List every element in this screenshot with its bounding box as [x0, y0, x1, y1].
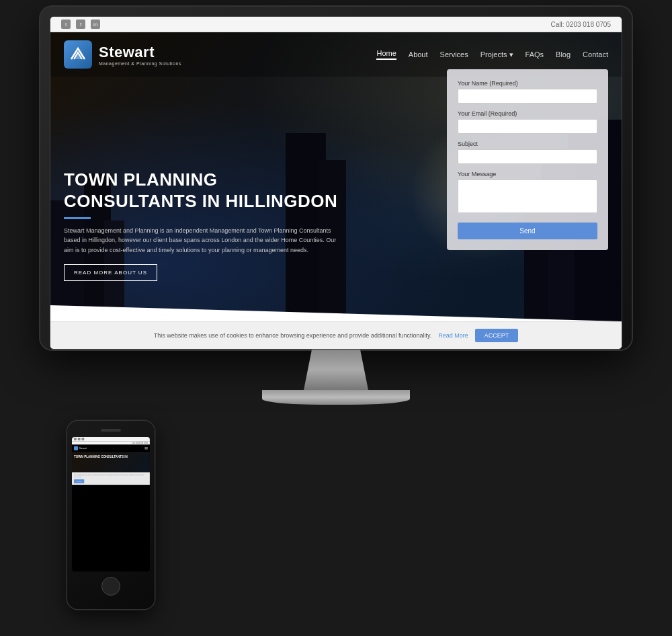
phone-cookie-bar: This website makes use of cookies to enh…	[72, 472, 150, 485]
hero-divider	[64, 217, 91, 219]
name-label: Your Name (Required)	[458, 80, 597, 87]
hamburger-menu[interactable]	[144, 447, 148, 449]
phone-logo-text: Stewart	[79, 447, 87, 450]
email-input[interactable]	[458, 119, 597, 134]
social-icons: t f in	[61, 19, 100, 29]
logo-icon[interactable]	[64, 40, 92, 69]
hero-description: Stewart Management and Planning is an in…	[64, 226, 346, 255]
monitor-stand-neck	[296, 350, 376, 390]
cookie-bar: This website makes use of cookies to enh…	[50, 321, 622, 349]
logo-area: Stewart Management & Planning Solutions	[64, 40, 181, 69]
nav-services[interactable]: Services	[440, 50, 468, 58]
linkedin-icon[interactable]: in	[91, 19, 100, 29]
phone-website: t f in Call: 0203 018 0705 Stewart	[72, 437, 150, 485]
logo-text-area: Stewart Management & Planning Solutions	[99, 44, 181, 66]
phone-screen: t f in Call: 0203 018 0705 Stewart	[72, 437, 150, 571]
facebook-icon[interactable]: f	[76, 19, 85, 29]
phone-speaker	[101, 429, 121, 432]
contact-form: Your Name (Required) Your Email (Require…	[447, 69, 608, 250]
phone-logo-icon	[74, 446, 78, 450]
hero-content: TOWN PLANNING CONSULTANTS IN HILLINGDON …	[64, 169, 346, 281]
nav-links: Home About Services Projects ▾ FAQs Blog…	[376, 49, 608, 60]
nav-projects[interactable]: Projects ▾	[480, 50, 513, 59]
nav-contact[interactable]: Contact	[583, 50, 608, 58]
read-more-link[interactable]: Read More	[438, 332, 468, 339]
name-field: Your Name (Required)	[458, 80, 597, 104]
logo-name: Stewart	[99, 44, 181, 61]
message-field: Your Message	[458, 171, 597, 216]
email-field: Your Email (Required)	[458, 110, 597, 134]
hero-title: TOWN PLANNING CONSULTANTS IN HILLINGDON	[64, 169, 346, 211]
nav-about[interactable]: About	[409, 50, 428, 58]
message-label: Your Message	[458, 171, 597, 177]
message-input[interactable]	[458, 180, 597, 213]
cookie-text: This website makes use of cookies to enh…	[154, 332, 432, 339]
hero-section: Stewart Management & Planning Solutions …	[50, 32, 622, 321]
logo-sub: Management & Planning Solutions	[99, 61, 181, 66]
read-more-button[interactable]: READ MORE ABOUT US	[64, 264, 157, 281]
monitor-stand-base	[262, 390, 410, 405]
phone-logo: Stewart	[74, 446, 87, 450]
subject-field: Subject	[458, 141, 597, 164]
monitor: t f in Call: 0203 018 0705	[40, 7, 632, 405]
monitor-frame: t f in Call: 0203 018 0705	[40, 7, 632, 350]
subject-label: Subject	[458, 141, 597, 147]
phone-hero: TOWN PLANNING CONSULTANTS IN	[72, 452, 150, 472]
twitter-icon[interactable]: t	[61, 19, 71, 29]
phone-cookie-text: This website makes use of cookies to enh…	[74, 474, 144, 475]
send-button[interactable]: Send	[458, 223, 597, 239]
phone: t f in Call: 0203 018 0705 Stewart	[67, 421, 155, 609]
accept-button[interactable]: ACCEPT	[475, 329, 519, 342]
phone-frame: t f in Call: 0203 018 0705 Stewart	[67, 421, 155, 609]
monitor-screen: t f in Call: 0203 018 0705	[50, 16, 622, 350]
phone-read-more[interactable]: Read More	[74, 477, 81, 478]
website: t f in Call: 0203 018 0705	[50, 17, 622, 349]
top-bar: t f in Call: 0203 018 0705	[50, 17, 622, 32]
nav-blog[interactable]: Blog	[556, 50, 571, 58]
nav-faqs[interactable]: FAQs	[526, 50, 544, 58]
phone-call-text: Call: 0203 018 0705	[132, 442, 148, 444]
phone-accept-button[interactable]: ACCEPT	[74, 479, 84, 483]
subject-input[interactable]	[458, 149, 597, 164]
scene: t f in Call: 0203 018 0705	[0, 0, 672, 636]
phone-nav: Stewart	[72, 444, 150, 452]
phone-hero-title: TOWN PLANNING CONSULTANTS IN	[74, 455, 148, 459]
name-input[interactable]	[458, 89, 597, 104]
email-label: Your Email (Required)	[458, 110, 597, 117]
nav-home[interactable]: Home	[376, 49, 396, 60]
phone-home-button[interactable]	[101, 577, 120, 596]
phone-number: Call: 0203 018 0705	[550, 21, 611, 28]
